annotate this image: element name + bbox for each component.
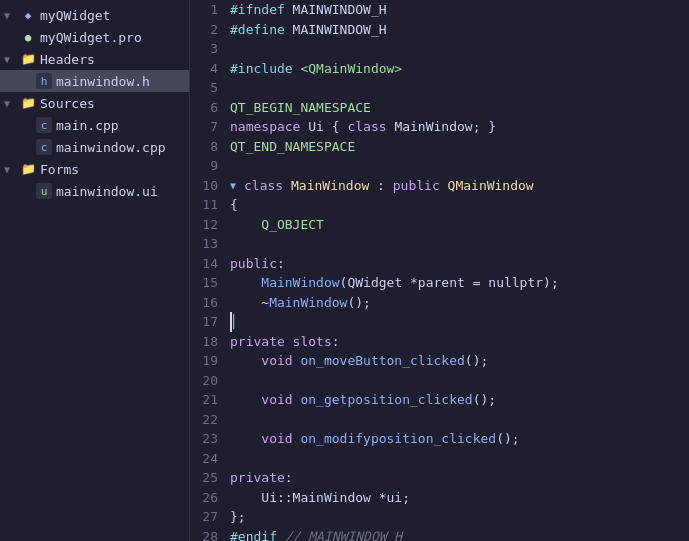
token: : xyxy=(332,332,340,352)
line-number: 19 xyxy=(194,351,218,371)
code-line: ▼ class MainWindow : public QMainWindow xyxy=(230,176,689,196)
sidebar-item-root[interactable]: ▼◆myQWidget xyxy=(0,4,189,26)
token xyxy=(293,390,301,410)
line-number: 8 xyxy=(194,137,218,157)
tree-icon: 📁 xyxy=(20,161,36,177)
code-line: │ xyxy=(230,312,689,332)
tree-label: myQWidget.pro xyxy=(40,30,142,45)
line-number: 7 xyxy=(194,117,218,137)
tree-label: mainwindow.cpp xyxy=(56,140,166,155)
token xyxy=(230,390,261,410)
code-line: namespace Ui { class MainWindow; } xyxy=(230,117,689,137)
token: (); xyxy=(473,390,496,410)
tree-icon: c xyxy=(36,139,52,155)
sidebar-item-forms[interactable]: ▼📁Forms xyxy=(0,158,189,180)
code-line: void on_getposition_clicked(); xyxy=(230,390,689,410)
token: class xyxy=(347,117,386,137)
code-editor: 1234567891011121314151617181920212223242… xyxy=(190,0,689,541)
line-number: 10 xyxy=(194,176,218,196)
token: │ xyxy=(230,312,238,332)
token: { xyxy=(230,195,238,215)
line-number: 1 xyxy=(194,0,218,20)
token: ▼ xyxy=(230,178,242,193)
line-number: 16 xyxy=(194,293,218,313)
line-number: 18 xyxy=(194,332,218,352)
code-line: }; xyxy=(230,507,689,527)
token xyxy=(277,527,285,542)
line-number: 6 xyxy=(194,98,218,118)
token: (QWidget *parent = nullptr); xyxy=(340,273,559,293)
line-number: 27 xyxy=(194,507,218,527)
token: MainWindow; } xyxy=(387,117,497,137)
line-number: 2 xyxy=(194,20,218,40)
token xyxy=(293,351,301,371)
token: void xyxy=(261,351,292,371)
code-line: ~MainWindow(); xyxy=(230,293,689,313)
token: : xyxy=(285,468,293,488)
sidebar-item-headers[interactable]: ▼📁Headers xyxy=(0,48,189,70)
token: : xyxy=(277,254,285,274)
line-number: 28 xyxy=(194,527,218,542)
sidebar-item-mainwindow_h[interactable]: hmainwindow.h xyxy=(0,70,189,92)
token: Ui { xyxy=(300,117,347,137)
token: (); xyxy=(347,293,370,313)
line-number: 23 xyxy=(194,429,218,449)
token xyxy=(283,176,291,196)
code-line: Ui::MainWindow *ui; xyxy=(230,488,689,508)
token: #endif xyxy=(230,527,277,542)
token: private slots xyxy=(230,332,332,352)
code-line: #define MAINWINDOW_H xyxy=(230,20,689,40)
token: private xyxy=(230,468,285,488)
line-number: 12 xyxy=(194,215,218,235)
tree-icon: ◆ xyxy=(20,7,36,23)
token: MAINWINDOW_H xyxy=(285,20,387,40)
line-numbers: 1234567891011121314151617181920212223242… xyxy=(190,0,226,541)
token: (); xyxy=(465,351,488,371)
tree-arrow: ▼ xyxy=(4,98,20,109)
token: }; xyxy=(230,507,246,527)
token: QT_END_NAMESPACE xyxy=(230,137,355,157)
code-line: { xyxy=(230,195,689,215)
token: #ifndef xyxy=(230,0,285,20)
token xyxy=(230,273,261,293)
code-line: private slots: xyxy=(230,332,689,352)
token: (); xyxy=(496,429,519,449)
line-number: 9 xyxy=(194,156,218,176)
tree-icon: h xyxy=(36,73,52,89)
sidebar-item-sources[interactable]: ▼📁Sources xyxy=(0,92,189,114)
token: <QMainWindow> xyxy=(300,59,402,79)
code-line: Q_OBJECT xyxy=(230,215,689,235)
tree-label: main.cpp xyxy=(56,118,119,133)
line-number: 20 xyxy=(194,371,218,391)
tree-arrow: ▼ xyxy=(4,164,20,175)
file-tree: ▼◆myQWidget●myQWidget.pro▼📁Headershmainw… xyxy=(0,0,190,541)
sidebar-item-pro[interactable]: ●myQWidget.pro xyxy=(0,26,189,48)
tree-icon: 📁 xyxy=(20,51,36,67)
token: on_getposition_clicked xyxy=(300,390,472,410)
token: void xyxy=(261,390,292,410)
line-number: 15 xyxy=(194,273,218,293)
token xyxy=(293,59,301,79)
sidebar-item-main_cpp[interactable]: cmain.cpp xyxy=(0,114,189,136)
token: public xyxy=(230,254,277,274)
sidebar-item-mainwindow_ui[interactable]: umainwindow.ui xyxy=(0,180,189,202)
token: MAINWINDOW_H xyxy=(285,0,387,20)
token: : xyxy=(369,176,392,196)
code-line: void on_moveButton_clicked(); xyxy=(230,351,689,371)
token: Ui::MainWindow *ui; xyxy=(230,488,410,508)
line-number: 14 xyxy=(194,254,218,274)
token: on_moveButton_clicked xyxy=(300,351,464,371)
code-line xyxy=(230,371,689,391)
line-number: 26 xyxy=(194,488,218,508)
code-line xyxy=(230,234,689,254)
code-line xyxy=(230,78,689,98)
tree-icon: ● xyxy=(20,29,36,45)
line-number: 13 xyxy=(194,234,218,254)
code-line: QT_BEGIN_NAMESPACE xyxy=(230,98,689,118)
code-line xyxy=(230,449,689,469)
code-line xyxy=(230,39,689,59)
line-number: 24 xyxy=(194,449,218,469)
token xyxy=(230,429,261,449)
sidebar-item-mainwindow_cpp[interactable]: cmainwindow.cpp xyxy=(0,136,189,158)
line-number: 22 xyxy=(194,410,218,430)
